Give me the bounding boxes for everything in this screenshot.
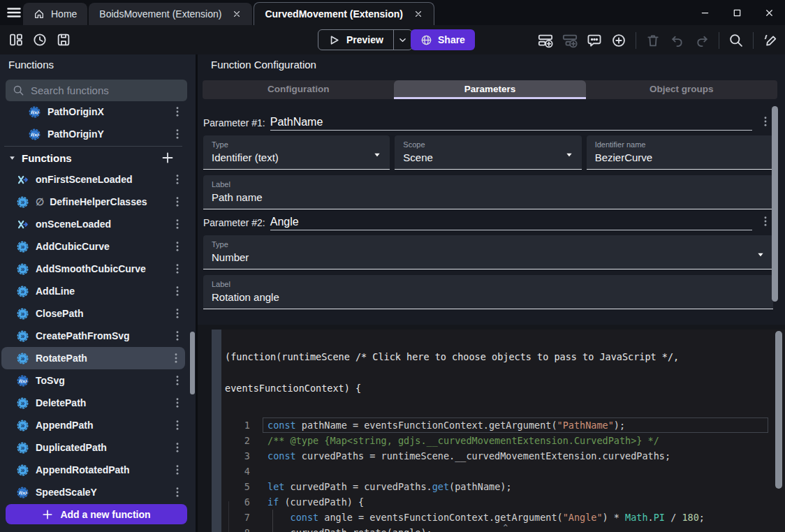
window-minimize-button[interactable] [689,0,721,25]
editor-scrollbar[interactable] [775,331,782,489]
parameter-label-row: LabelPath name [203,175,773,209]
sidebar-item-pathoriginy[interactable]: f(x)PathOriginY [0,123,186,145]
sidebar-item-createpathfromsvg[interactable]: »CreatePathFromSvg [0,325,186,347]
add-function-icon[interactable] [161,152,174,164]
sidebar-item-addline[interactable]: »AddLine [0,280,186,302]
sidebar-item-definehelperclasses[interactable]: »∅DefineHelperClasses [0,191,186,213]
editor-body[interactable]: (function(runtimeScene /* Click here to … [221,330,785,532]
code-line-6[interactable]: 6if (curvedPath) { [221,494,785,510]
sidebar-scrollbar[interactable] [190,332,195,394]
dropdown-type[interactable]: TypeIdentifier (text) [203,135,390,170]
function-name: AddCubicCurve [36,241,110,252]
tab-home[interactable]: Home [23,3,87,25]
sidebar-item-duplicatedpath[interactable]: »DuplicatedPath [0,436,186,459]
code-line-4[interactable]: 4 [221,464,785,479]
sidebar-item-closepath[interactable]: »ClosePath [0,302,186,325]
search-icon[interactable] [728,33,744,48]
dropdown-scope[interactable]: ScopeScene [395,135,581,170]
item-menu-icon[interactable] [171,441,184,454]
sidebar-item-onsceneloaded[interactable]: onSceneLoaded [0,213,186,235]
circle-plus-icon[interactable] [611,33,626,48]
item-menu-icon[interactable] [171,486,184,498]
edit-pen-icon[interactable] [763,33,778,48]
collapse-caret-icon[interactable] [8,154,16,162]
item-menu-icon[interactable] [171,397,184,409]
close-icon [764,8,775,18]
window-maximize-button[interactable] [721,0,753,25]
functions-section-header[interactable]: Functions [0,147,186,168]
search-functions-input[interactable]: Search functions [6,80,187,101]
line-code: const pathName = eventsFunctionContext.g… [267,418,625,433]
window-close-button[interactable] [753,0,785,25]
input-label[interactable]: LabelRotation angle [203,275,773,309]
sidebar-item-onfirstsceneloaded[interactable]: onFirstSceneLoaded [0,168,186,191]
fx-gear-icon: f(x) [29,128,41,140]
item-menu-icon[interactable] [171,285,184,297]
tab-boidsmovement-extension-[interactable]: BoidsMovement (Extension) [89,3,252,25]
close-tab-icon[interactable] [232,9,242,19]
code-line-1[interactable]: 1const pathName = eventsFunctionContext.… [221,418,785,433]
item-menu-icon[interactable] [171,419,184,431]
svg-text:f(x): f(x) [31,131,39,136]
dropdown-type[interactable]: TypeNumber [203,235,773,269]
history-icon[interactable] [32,32,47,47]
parameter-menu-icon[interactable] [759,215,772,228]
item-menu-icon[interactable] [171,173,184,186]
project-manager-icon[interactable] [8,32,24,47]
sidebar-item-appendrotatedpath[interactable]: »AppendRotatedPath [0,459,186,481]
comment-icon[interactable] [587,33,602,48]
item-menu-icon[interactable] [171,195,184,208]
add-subevent-icon [562,33,578,48]
code-line-2[interactable]: 2/** @type {Map<string, gdjs.__curvedMov… [221,433,785,448]
item-menu-icon[interactable] [171,374,184,387]
sidebar-item-speedscaley[interactable]: f(x)SpeedScaleY [0,481,186,503]
sidebar-item-pathoriginx[interactable]: f(x)PathOriginX [0,105,186,123]
item-menu-icon[interactable] [171,330,184,342]
item-menu-icon[interactable] [171,240,184,253]
code-line-3[interactable]: 3const curvedPaths = runtimeScene.__curv… [221,448,785,464]
lifecycle-icon [17,219,29,230]
parameter-name-input[interactable]: Angle [270,216,752,230]
input-label[interactable]: LabelPath name [203,175,773,209]
item-menu-icon[interactable] [171,218,184,230]
code-line-5[interactable]: 5let curvedPath = curvedPaths.get(pathNa… [221,479,785,494]
tab-curvedmovement-extension-[interactable]: CurvedMovement (Extension) [254,2,434,25]
sidebar-item-rotatepath[interactable]: »RotatePath [1,347,185,369]
field-value: Rotation angle [212,291,765,303]
sidebar-item-addsmoothcubiccurve[interactable]: »AddSmoothCubicCurve [0,258,186,280]
search-icon [13,84,24,96]
sidebar-item-tosvg[interactable]: f(x)ToSvg [0,369,186,392]
tab-configuration[interactable]: Configuration [203,80,394,99]
item-menu-icon[interactable] [171,464,184,476]
minimize-icon [700,8,710,18]
parameter-name-input[interactable]: PathName [270,116,752,131]
tab-parameters[interactable]: Parameters [394,80,585,99]
item-menu-icon[interactable] [171,307,184,320]
share-button[interactable]: Share [411,29,475,50]
item-menu-icon[interactable] [171,263,184,275]
item-menu-icon[interactable] [170,352,182,364]
sidebar-item-addcubiccurve[interactable]: »AddCubicCurve [0,235,186,258]
action-gear-icon: » [17,397,29,409]
parameter-1-header: Parameter #1:PathName [203,115,773,131]
add-event-icon[interactable] [538,33,553,48]
save-icon[interactable] [56,32,71,47]
preview-button[interactable]: Preview [318,29,413,50]
parameter-menu-icon[interactable] [759,115,772,128]
panel-title: Function Configuration [211,59,316,71]
tab-object-groups[interactable]: Object groups [586,80,777,99]
close-tab-icon[interactable] [413,9,423,19]
code-editor: (function(runtimeScene /* Click here to … [198,325,785,532]
parameters-scrollbar[interactable] [772,106,778,302]
plus-icon [42,509,53,520]
sidebar-item-deletepath[interactable]: »DeletePath [0,392,186,414]
item-menu-icon[interactable] [171,105,184,118]
input-identifier-name[interactable]: Identifier nameBezierCurve [587,135,773,170]
sidebar-item-appendpath[interactable]: »AppendPath [0,414,186,436]
add-new-function-button[interactable]: Add a new function [6,504,187,524]
title-bar: HomeBoidsMovement (Extension)CurvedMovem… [0,0,785,25]
main-menu-icon[interactable] [6,5,22,20]
preview-dropdown-button[interactable] [393,30,412,50]
action-gear-icon: » [17,353,29,364]
item-menu-icon[interactable] [171,128,184,140]
